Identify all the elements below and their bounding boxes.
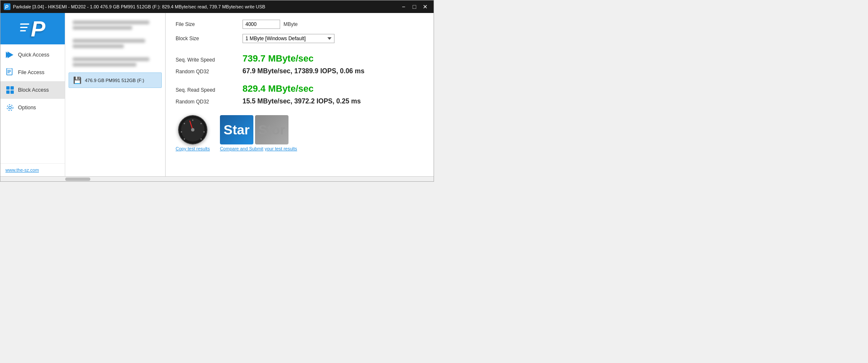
svg-rect-9 [10,86,14,90]
svg-rect-6 [8,71,11,72]
device-item-selected[interactable]: 💾 476.9 GB PM991 512GB (F:) [69,72,162,88]
results-panel: File Size MByte Block Size 1 MByte [Wind… [166,13,434,176]
app-window: P Parkdale [3.04] - HIKSEMI - MD202 - 1.… [0,0,434,182]
svg-rect-5 [8,70,11,71]
device-item-1[interactable] [69,17,162,35]
website-link[interactable]: www.the-sz.com [5,167,39,172]
speedometer-image [178,115,207,144]
app-body: P Quick Access [0,13,434,176]
block-access-label: Block Access [18,87,49,93]
svg-point-13 [7,105,13,111]
banner-images: Star Stor [220,115,288,144]
main-content: 💾 476.9 GB PM991 512GB (F:) File Size MB… [65,13,434,176]
selected-device-text: 476.9 GB PM991 512GB (F:) [85,77,157,83]
svg-point-19 [200,139,202,140]
svg-point-21 [181,131,182,133]
seq-read-row: Seq. Read Speed 829.4 MByte/sec [176,83,424,94]
svg-point-16 [192,120,193,121]
random-read-value: 15.5 MByte/sec, 3972.2 IOPS, 0.25 ms [243,98,361,105]
device-item-2[interactable] [69,36,162,53]
sidebar-item-options[interactable]: Options [0,99,65,116]
block-access-icon [5,85,15,95]
file-size-unit: MByte [283,21,298,27]
sidebar-footer: www.the-sz.com [0,163,65,176]
random-write-row: Random QD32 67.9 MByte/sec, 17389.9 IOPS… [176,67,424,75]
sidebar-logo: P [0,13,65,44]
selected-device-label: 476.9 GB PM991 512GB (F:) [85,78,144,83]
horizontal-scrollbar[interactable] [0,176,434,181]
logo-letter: P [31,18,46,40]
block-size-label: Block Size [176,36,243,41]
banner-text-2: Stor [255,122,288,138]
block-size-control: 1 MByte [Windows Default] [243,34,334,43]
compare-links: Compare and Submit your test results [220,146,297,151]
file-size-input[interactable] [243,20,280,29]
sidebar-nav: Quick Access File Access [0,44,65,163]
random-read-label: Random QD32 [176,99,243,105]
block-size-select[interactable]: 1 MByte [Windows Default] [243,34,334,43]
maximize-button[interactable]: □ [409,3,419,11]
svg-rect-8 [6,86,10,90]
options-icon [5,103,15,112]
svg-point-18 [203,131,204,133]
svg-point-20 [184,139,185,140]
app-icon: P [4,3,10,10]
sidebar-item-quick-access[interactable]: Quick Access [0,46,65,64]
svg-text:P: P [5,4,9,10]
banner-text-1: Star [220,122,253,138]
random-write-label: Random QD32 [176,69,243,75]
banner-image-2: Stor [255,115,288,144]
file-access-icon [5,68,15,77]
window-controls: − □ ✕ [398,3,430,11]
file-access-label: File Access [18,70,44,75]
copy-test-results-link[interactable]: Copy test results [176,146,210,151]
scrollbar-thumb[interactable] [65,178,90,181]
svg-rect-10 [6,90,10,94]
svg-point-22 [184,123,185,124]
seq-read-label: Seq. Read Speed [176,87,243,93]
banner-area: Star Stor Compare and Submit your test r… [220,115,297,151]
device-text-2 [73,39,158,50]
window-title: Parkdale [3.04] - HIKSEMI - MD202 - 1.00… [13,4,398,9]
device-item-3[interactable] [69,54,162,72]
file-size-control: MByte [243,20,298,29]
svg-rect-7 [8,72,10,73]
random-read-row: Random QD32 15.5 MByte/sec, 3972.2 IOPS,… [176,98,424,105]
sidebar-item-file-access[interactable]: File Access [0,64,65,81]
close-button[interactable]: ✕ [420,3,430,11]
quick-access-label: Quick Access [18,52,49,58]
svg-point-12 [9,106,11,109]
device-text-3 [73,57,158,68]
seq-write-label: Seq. Write Speed [176,57,243,63]
minimize-button[interactable]: − [398,3,408,11]
sidebar: P Quick Access [0,13,65,176]
sidebar-item-block-access[interactable]: Block Access [0,81,65,99]
options-label: Options [18,105,36,111]
quick-access-icon [5,50,15,59]
file-size-row: File Size MByte [176,20,424,29]
device-panel: 💾 476.9 GB PM991 512GB (F:) [65,13,166,176]
seq-read-value: 829.4 MByte/sec [243,83,314,94]
your-test-results-text: your test results [265,146,297,151]
seq-write-row: Seq. Write Speed 739.7 MByte/sec [176,53,424,64]
device-text-1 [73,21,158,31]
svg-point-24 [191,128,194,131]
speedometer-area: Copy test results [176,115,210,151]
svg-rect-11 [10,90,14,94]
svg-point-17 [200,123,202,124]
banner-image-1: Star [220,115,253,144]
title-bar: P Parkdale [3.04] - HIKSEMI - MD202 - 1.… [0,0,434,13]
block-size-row: Block Size 1 MByte [Windows Default] [176,34,424,43]
bottom-section: Copy test results Star Stor [176,115,424,151]
seq-write-value: 739.7 MByte/sec [243,53,314,64]
file-size-label: File Size [176,21,243,27]
random-write-value: 67.9 MByte/sec, 17389.9 IOPS, 0.06 ms [243,67,365,75]
compare-and-submit-link[interactable]: Compare and Submit [220,146,263,151]
